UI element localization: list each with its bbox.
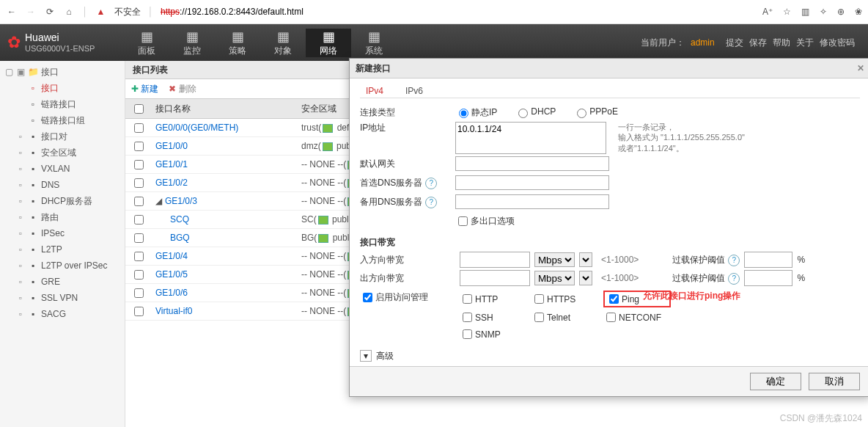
collections-icon[interactable]: ⊕ bbox=[837, 7, 845, 17]
row-checkbox[interactable] bbox=[134, 123, 144, 133]
tree-node[interactable]: ▫▪路由 bbox=[0, 209, 125, 225]
tab-ipv6[interactable]: IPv6 bbox=[400, 84, 429, 98]
row-checkbox[interactable] bbox=[134, 233, 144, 243]
dns1-input[interactable] bbox=[455, 175, 609, 190]
dns2-input[interactable] bbox=[455, 194, 609, 209]
browser-toolbar: ← → ⟳ ⌂ │ ▲ 不安全 │ https://192.168.0.2:84… bbox=[0, 0, 868, 24]
row-checkbox[interactable] bbox=[134, 288, 144, 298]
radio-dhcp[interactable]: DHCP bbox=[515, 106, 556, 118]
in-overload-input[interactable] bbox=[744, 252, 792, 268]
advanced-toggle[interactable]: ▾高级 bbox=[360, 350, 860, 362]
favorites-icon[interactable]: ✧ bbox=[820, 7, 827, 17]
in-bw-label: 入方向带宽 bbox=[360, 254, 455, 266]
nav-策略[interactable]: ▦策略 bbox=[215, 29, 260, 57]
row-checkbox[interactable] bbox=[134, 270, 144, 280]
tree-node[interactable]: ▫链路接口 bbox=[0, 96, 125, 112]
out-bw-label: 出方向带宽 bbox=[360, 272, 455, 285]
insecure-label: 不安全 bbox=[114, 6, 141, 18]
radio-static[interactable]: 静态IP bbox=[455, 106, 497, 119]
ip-label: IP地址 bbox=[360, 122, 455, 134]
help-icon[interactable]: ? bbox=[425, 197, 437, 208]
tree-node[interactable]: ▫▪L2TP over IPSec bbox=[0, 258, 125, 274]
tree-node[interactable]: ▫▪接口对 bbox=[0, 128, 125, 145]
row-name: ◢GE1/0/3 bbox=[150, 192, 295, 211]
multi-exit-checkbox[interactable]: 多出口选项 bbox=[455, 214, 515, 228]
select-all-checkbox[interactable] bbox=[134, 104, 144, 114]
access-ssh[interactable]: SSH bbox=[460, 310, 518, 324]
out-bw-input[interactable] bbox=[460, 270, 530, 286]
cancel-button[interactable]: 取消 bbox=[809, 373, 860, 390]
profile-icon[interactable]: ❀ bbox=[855, 7, 862, 17]
nav-对象[interactable]: ▦对象 bbox=[260, 29, 306, 57]
row-checkbox[interactable] bbox=[134, 160, 144, 169]
delete-button[interactable]: ✖ 删除 bbox=[169, 83, 196, 95]
header-action[interactable]: 关于 bbox=[796, 37, 814, 48]
nav-监控[interactable]: ▦监控 bbox=[169, 29, 215, 57]
nav-系统[interactable]: ▦系统 bbox=[351, 29, 397, 57]
access-snmp[interactable]: SNMP bbox=[460, 327, 518, 341]
in-bw-unit[interactable]: Mbps bbox=[534, 252, 575, 267]
ip-version-tabs: IPv4 IPv6 bbox=[360, 84, 860, 98]
access-http[interactable]: HTTP bbox=[460, 291, 518, 307]
header-action[interactable]: 修改密码 bbox=[820, 37, 855, 48]
out-bw-unit[interactable]: Mbps bbox=[534, 271, 575, 285]
star-icon[interactable]: ☆ bbox=[783, 7, 791, 17]
url-text[interactable]: https://192.168.0.2:8443/default.html bbox=[161, 7, 304, 17]
col-name[interactable]: 接口名称 bbox=[150, 99, 295, 119]
row-checkbox[interactable] bbox=[134, 197, 144, 206]
content-area: 接口列表 ✚ 新建 ✖ 删除 接口名称 安全区域 GE0/0/0(GE0/MET… bbox=[125, 61, 868, 427]
tree-node[interactable]: ▫链路接口组 bbox=[0, 112, 125, 128]
row-checkbox[interactable] bbox=[134, 178, 144, 188]
row-name: GE1/0/5 bbox=[150, 266, 295, 284]
in-bw-range-select[interactable] bbox=[579, 252, 592, 267]
gw-label: 默认网关 bbox=[360, 158, 455, 170]
row-checkbox[interactable] bbox=[134, 307, 144, 316]
help-icon[interactable]: ? bbox=[728, 273, 740, 285]
tree-node[interactable]: ▫▪SSL VPN bbox=[0, 290, 125, 306]
gw-input[interactable] bbox=[455, 156, 609, 171]
row-name: GE1/0/1 bbox=[150, 156, 295, 174]
out-overload-input[interactable] bbox=[744, 270, 792, 286]
tree-node[interactable]: ▫▪GRE bbox=[0, 274, 125, 290]
tree-node[interactable]: ▫接口 bbox=[0, 80, 125, 96]
home-icon[interactable]: ⌂ bbox=[63, 6, 75, 18]
access-https[interactable]: HTTPS bbox=[532, 291, 590, 307]
new-button[interactable]: ✚ 新建 bbox=[131, 83, 158, 95]
header-action[interactable]: 提交 bbox=[726, 37, 743, 48]
header-action[interactable]: 帮助 bbox=[773, 37, 790, 48]
access-mgmt-checkbox[interactable] bbox=[363, 293, 372, 302]
tree-node-interface-root[interactable]: ▢▣📁接口 bbox=[0, 64, 125, 80]
ip-input[interactable]: 10.0.1.1/24 bbox=[455, 122, 606, 154]
access-netconf[interactable]: NETCONF bbox=[603, 310, 662, 324]
row-checkbox[interactable] bbox=[134, 252, 144, 261]
back-icon[interactable]: ← bbox=[6, 6, 18, 18]
tree-node[interactable]: ▫▪L2TP bbox=[0, 241, 125, 258]
tree-node[interactable]: ▫▪SACG bbox=[0, 306, 125, 322]
row-name: GE1/0/0 bbox=[150, 137, 295, 156]
close-icon[interactable]: ✕ bbox=[857, 63, 864, 73]
in-bw-input[interactable] bbox=[460, 252, 530, 268]
out-bw-range-select[interactable] bbox=[579, 271, 592, 285]
row-checkbox[interactable] bbox=[134, 215, 144, 225]
tree-node[interactable]: ▫▪DHCP服务器 bbox=[0, 193, 125, 209]
nav-网络[interactable]: ▦网络 bbox=[306, 29, 351, 57]
radio-pppoe[interactable]: PPPoE bbox=[573, 106, 618, 118]
tree-node[interactable]: ▫▪IPSec bbox=[0, 225, 125, 241]
split-icon[interactable]: ▥ bbox=[801, 7, 809, 17]
header-action[interactable]: 保存 bbox=[749, 37, 767, 48]
help-icon[interactable]: ? bbox=[728, 255, 740, 266]
forward-icon[interactable]: → bbox=[25, 6, 37, 18]
access-telnet[interactable]: Telnet bbox=[532, 310, 590, 324]
tab-ipv4[interactable]: IPv4 bbox=[360, 84, 389, 98]
current-user-label: 当前用户： bbox=[641, 37, 685, 48]
nav-面板[interactable]: ▦面板 bbox=[124, 29, 169, 57]
ok-button[interactable]: 确定 bbox=[750, 373, 801, 390]
tree-node[interactable]: ▫▪安全区域 bbox=[0, 145, 125, 161]
help-icon[interactable]: ? bbox=[425, 178, 437, 189]
refresh-icon[interactable]: ⟳ bbox=[44, 6, 56, 18]
read-aloud-icon[interactable]: A⁺ bbox=[762, 7, 773, 17]
tree-node[interactable]: ▫▪VXLAN bbox=[0, 161, 125, 177]
current-user[interactable]: admin bbox=[691, 37, 715, 48]
row-checkbox[interactable] bbox=[134, 142, 144, 151]
tree-node[interactable]: ▫▪DNS bbox=[0, 177, 125, 193]
